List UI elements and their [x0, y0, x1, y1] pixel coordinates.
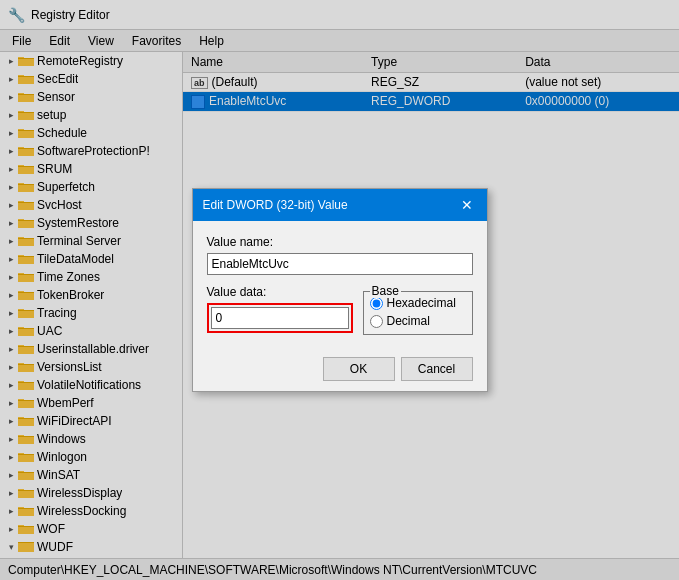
edit-dword-dialog: Edit DWORD (32-bit) Value ✕ Value name: …	[192, 188, 488, 392]
value-data-input-wrap	[207, 303, 353, 333]
radio-decimal[interactable]: Decimal	[370, 314, 466, 328]
value-name-input[interactable]	[207, 253, 473, 275]
radio-dec-label: Decimal	[387, 314, 430, 328]
dialog-overlay: Edit DWORD (32-bit) Value ✕ Value name: …	[0, 0, 679, 580]
radio-hex-label: Hexadecimal	[387, 296, 456, 310]
dialog-title: Edit DWORD (32-bit) Value	[203, 198, 348, 212]
cancel-button[interactable]: Cancel	[401, 357, 473, 381]
radio-hex-input[interactable]	[370, 297, 383, 310]
radio-dec-input[interactable]	[370, 315, 383, 328]
dialog-buttons: OK Cancel	[207, 349, 473, 381]
base-label: Base	[370, 284, 401, 298]
base-section: Base Hexadecimal Decimal	[363, 285, 473, 335]
value-data-section: Value data:	[207, 285, 353, 333]
value-data-input[interactable]	[211, 307, 349, 329]
dialog-titlebar: Edit DWORD (32-bit) Value ✕	[193, 189, 487, 221]
dialog-data-row: Value data: Base Hexadecimal	[207, 285, 473, 335]
radio-hexadecimal[interactable]: Hexadecimal	[370, 296, 466, 310]
value-data-label: Value data:	[207, 285, 353, 299]
dialog-body: Value name: Value data: Base	[193, 221, 487, 391]
base-box: Base Hexadecimal Decimal	[363, 291, 473, 335]
value-name-label: Value name:	[207, 235, 473, 249]
radio-group: Hexadecimal Decimal	[370, 296, 466, 328]
ok-button[interactable]: OK	[323, 357, 395, 381]
dialog-close-button[interactable]: ✕	[457, 195, 477, 215]
